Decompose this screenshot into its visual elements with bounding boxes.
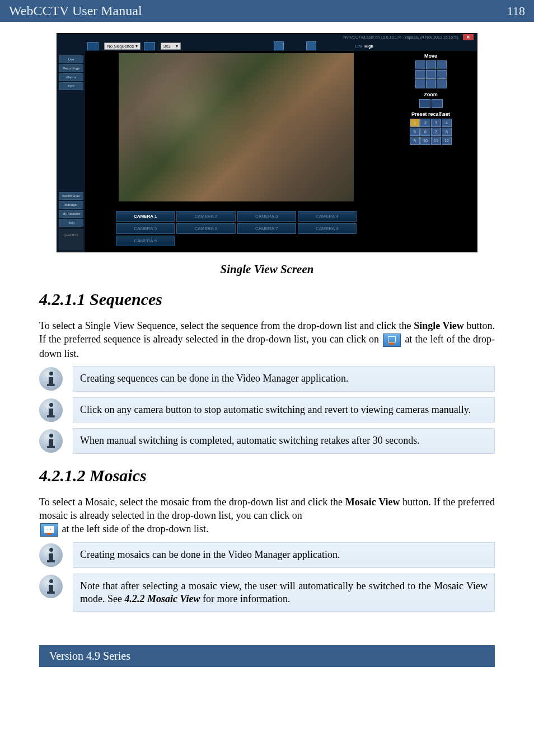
app-sidebar: Live Recordings Alarms POS Switch User M… xyxy=(57,41,85,252)
preset-8[interactable]: 8 xyxy=(442,128,452,136)
preset-3[interactable]: 3 xyxy=(431,119,441,127)
manual-title: WebCCTV User Manual xyxy=(9,3,142,18)
zoom-controls xyxy=(390,99,471,108)
screenshot-figure: NVR/CCTV/Laser on 10.0.10.176 - vapaaa, … xyxy=(39,33,495,252)
ptz-up[interactable] xyxy=(426,60,436,69)
nav-help[interactable]: Help xyxy=(59,219,83,227)
ptz-down-right[interactable] xyxy=(437,79,447,88)
camera-8-button[interactable]: CAMERA 8 xyxy=(298,223,357,234)
info-note-3: When manual switching is completed, auto… xyxy=(39,428,495,453)
sequence-dropdown[interactable]: No Sequence ▾ xyxy=(104,43,140,50)
info-icon xyxy=(39,367,63,391)
preset-grid: 1 2 3 4 5 6 7 8 9 10 11 12 xyxy=(390,119,471,145)
ptz-left[interactable] xyxy=(415,70,425,79)
section-sequences-heading: 4.2.1.1 Sequences xyxy=(39,290,495,309)
zoom-in[interactable] xyxy=(432,99,443,108)
info-note-4: Creating mosaics can be done in the Vide… xyxy=(39,542,495,567)
camera-button-grid: CAMERA 1 CAMERA 2 CAMERA 3 CAMERA 4 CAME… xyxy=(88,211,385,246)
info-note-1: Creating sequences can be done in the Vi… xyxy=(39,366,495,391)
close-icon[interactable]: ✕ xyxy=(463,34,474,40)
mosaic-view-inline-icon xyxy=(40,523,58,537)
ptz-right[interactable] xyxy=(437,70,447,79)
mosaics-paragraph: To select a Mosaic, select the mosaic fr… xyxy=(39,495,495,537)
preset-12[interactable]: 12 xyxy=(442,137,452,145)
fullscreen-icon[interactable] xyxy=(306,41,316,50)
note-text: Creating mosaics can be done in the Vide… xyxy=(73,542,495,567)
nav-manager[interactable]: Manager xyxy=(59,201,83,209)
page-header: WebCCTV User Manual 118 xyxy=(0,0,534,22)
preset-11[interactable]: 11 xyxy=(431,137,441,145)
page-footer: Version 4.9 Series xyxy=(39,645,495,667)
info-icon xyxy=(39,429,63,453)
camera-1-button[interactable]: CAMERA 1 xyxy=(116,211,175,222)
nav-my-account[interactable]: My Account xyxy=(59,210,83,218)
preset-10[interactable]: 10 xyxy=(420,137,430,145)
app-screenshot: NVR/CCTV/Laser on 10.0.10.176 - vapaaa, … xyxy=(57,33,477,252)
ptz-down-left[interactable] xyxy=(415,79,425,88)
ptz-up-right[interactable] xyxy=(437,60,447,69)
titlebar-text: NVR/CCTV/Laser on 10.0.10.176 - vapaaa, … xyxy=(343,35,458,39)
camera-7-button[interactable]: CAMERA 7 xyxy=(237,223,296,234)
toolbar: No Sequence ▾ 3x3 ▾ Low High xyxy=(85,41,477,51)
section-mosaics-heading: 4.2.1.2 Mosaics xyxy=(39,466,495,485)
snapshot-icon[interactable] xyxy=(274,41,284,50)
single-view-icon[interactable] xyxy=(87,42,99,50)
camera-5-button[interactable]: CAMERA 5 xyxy=(116,223,175,234)
camera-6-button[interactable]: CAMERA 6 xyxy=(176,223,235,234)
preset-6[interactable]: 6 xyxy=(420,128,430,136)
move-label: Move xyxy=(390,53,471,59)
preset-4[interactable]: 4 xyxy=(442,119,452,127)
nav-recordings[interactable]: Recordings xyxy=(59,64,83,72)
camera-4-button[interactable]: CAMERA 4 xyxy=(298,211,357,222)
info-icon xyxy=(39,398,63,422)
single-view-inline-icon xyxy=(383,334,401,347)
center-controls: Low High xyxy=(274,41,373,50)
note-text: Note that after selecting a mosaic view,… xyxy=(73,574,495,612)
page-number: 118 xyxy=(507,4,525,18)
preset-7[interactable]: 7 xyxy=(431,128,441,136)
info-icon xyxy=(39,575,63,598)
note-text: Click on any camera button to stop autom… xyxy=(73,397,495,422)
mosaic-view-icon[interactable] xyxy=(144,42,155,50)
camera-9-button[interactable]: CAMERA 9 xyxy=(116,236,175,246)
sequences-paragraph: To select a Single View Sequence, select… xyxy=(39,319,495,360)
figure-caption: Single View Screen xyxy=(39,262,495,276)
zoom-out[interactable] xyxy=(419,99,430,108)
ptz-down[interactable] xyxy=(426,79,436,88)
video-area xyxy=(88,53,385,218)
note-text: Creating sequences can be done in the Vi… xyxy=(73,366,495,391)
info-note-5: Note that after selecting a mosaic view,… xyxy=(39,574,495,612)
note-text: When manual switching is completed, auto… xyxy=(73,428,495,453)
nav-alarms[interactable]: Alarms xyxy=(59,73,83,81)
ptz-up-left[interactable] xyxy=(415,60,425,69)
preset-2[interactable]: 2 xyxy=(420,119,430,127)
info-icon xyxy=(39,543,63,567)
zoom-label: Zoom xyxy=(390,92,471,97)
nav-live[interactable]: Live xyxy=(59,55,83,63)
preset-1[interactable]: 1 xyxy=(410,119,420,127)
camera-3-button[interactable]: CAMERA 3 xyxy=(237,211,296,222)
nav-pos[interactable]: POS xyxy=(59,82,83,90)
preset-label: Preset recall\set xyxy=(390,111,471,117)
page-content: NVR/CCTV/Laser on 10.0.10.176 - vapaaa, … xyxy=(0,22,534,634)
camera-2-button[interactable]: CAMERA 2 xyxy=(176,211,235,222)
info-note-2: Click on any camera button to stop autom… xyxy=(39,397,495,422)
ptz-panel: Move Zoom Preset recall\set 1 2 3 4 xyxy=(390,53,471,145)
preset-5[interactable]: 5 xyxy=(410,128,420,136)
ptz-home[interactable] xyxy=(426,70,436,79)
camera-feed[interactable] xyxy=(119,53,354,201)
version-label: Version 4.9 Series xyxy=(49,650,130,662)
mosaic-dropdown[interactable]: 3x3 ▾ xyxy=(161,43,181,50)
preset-9[interactable]: 9 xyxy=(410,137,420,145)
brand-logo: QUADROX xyxy=(59,229,83,250)
ptz-move-grid xyxy=(390,60,471,88)
speed-label: Low High xyxy=(355,44,373,48)
nav-switch-user[interactable]: Switch User xyxy=(59,192,83,200)
window-titlebar: NVR/CCTV/Laser on 10.0.10.176 - vapaaa, … xyxy=(57,34,477,41)
